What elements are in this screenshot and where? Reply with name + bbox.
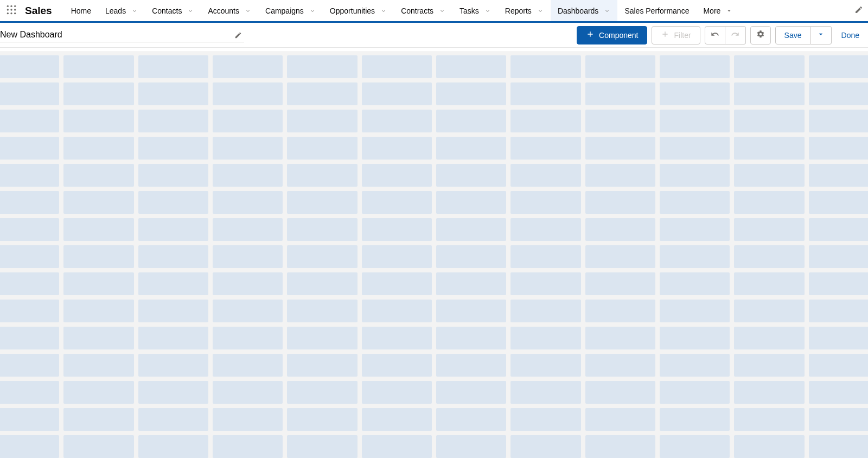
canvas-cell[interactable] <box>734 300 804 322</box>
canvas-cell[interactable] <box>63 245 133 268</box>
canvas-cell[interactable] <box>287 300 357 322</box>
canvas-cell[interactable] <box>660 218 730 241</box>
canvas-cell[interactable] <box>287 245 357 268</box>
canvas-cell[interactable] <box>213 110 283 132</box>
canvas-cell[interactable] <box>362 164 432 187</box>
canvas-cell[interactable] <box>585 218 655 241</box>
canvas-cell[interactable] <box>585 354 655 377</box>
canvas-cell[interactable] <box>510 435 580 458</box>
canvas-cell[interactable] <box>213 55 283 78</box>
chevron-down-icon[interactable] <box>484 8 491 14</box>
canvas-cell[interactable] <box>809 381 868 404</box>
canvas-cell[interactable] <box>287 218 357 241</box>
canvas-cell[interactable] <box>0 82 59 105</box>
canvas-cell[interactable] <box>213 300 283 322</box>
canvas-cell[interactable] <box>362 300 432 322</box>
canvas-cell[interactable] <box>809 435 868 458</box>
canvas-cell[interactable] <box>734 164 804 187</box>
canvas-cell[interactable] <box>585 245 655 268</box>
canvas-cell[interactable] <box>510 55 580 78</box>
canvas-cell[interactable] <box>287 272 357 295</box>
canvas-cell[interactable] <box>138 191 208 214</box>
canvas-cell[interactable] <box>287 381 357 404</box>
canvas-cell[interactable] <box>63 408 133 431</box>
canvas-cell[interactable] <box>287 191 357 214</box>
chevron-down-icon[interactable] <box>604 8 610 14</box>
canvas-cell[interactable] <box>436 191 506 214</box>
add-filter-button[interactable]: Filter <box>652 26 700 44</box>
save-button[interactable]: Save <box>775 26 811 44</box>
canvas-cell[interactable] <box>585 381 655 404</box>
canvas-cell[interactable] <box>585 435 655 458</box>
canvas-cell[interactable] <box>63 300 133 322</box>
canvas-cell[interactable] <box>436 272 506 295</box>
canvas-cell[interactable] <box>63 55 133 78</box>
canvas-cell[interactable] <box>138 300 208 322</box>
canvas-cell[interactable] <box>510 408 580 431</box>
canvas-cell[interactable] <box>585 82 655 105</box>
dashboard-title-input[interactable] <box>0 28 244 42</box>
canvas-cell[interactable] <box>436 245 506 268</box>
canvas-cell[interactable] <box>809 272 868 295</box>
canvas-cell[interactable] <box>213 245 283 268</box>
canvas-cell[interactable] <box>0 164 59 187</box>
canvas-cell[interactable] <box>63 354 133 377</box>
canvas-cell[interactable] <box>510 164 580 187</box>
chevron-down-icon[interactable] <box>309 8 316 14</box>
canvas-cell[interactable] <box>436 354 506 377</box>
canvas-cell[interactable] <box>287 110 357 132</box>
canvas-cell[interactable] <box>510 137 580 160</box>
canvas-cell[interactable] <box>510 300 580 322</box>
dashboard-properties-button[interactable] <box>750 26 771 44</box>
canvas-cell[interactable] <box>0 435 59 458</box>
canvas-cell[interactable] <box>0 55 59 78</box>
canvas-cell[interactable] <box>734 381 804 404</box>
canvas-cell[interactable] <box>0 408 59 431</box>
canvas-cell[interactable] <box>213 272 283 295</box>
canvas-cell[interactable] <box>809 327 868 349</box>
canvas-cell[interactable] <box>63 164 133 187</box>
canvas-cell[interactable] <box>809 408 868 431</box>
canvas-cell[interactable] <box>63 272 133 295</box>
canvas-cell[interactable] <box>362 82 432 105</box>
canvas-cell[interactable] <box>138 272 208 295</box>
canvas-cell[interactable] <box>287 408 357 431</box>
canvas-cell[interactable] <box>138 55 208 78</box>
canvas-cell[interactable] <box>138 137 208 160</box>
canvas-cell[interactable] <box>734 408 804 431</box>
nav-tab-leads[interactable]: Leads <box>98 0 145 21</box>
redo-button[interactable] <box>725 26 746 44</box>
canvas-cell[interactable] <box>287 55 357 78</box>
chevron-down-icon[interactable] <box>380 8 387 14</box>
canvas-cell[interactable] <box>660 327 730 349</box>
canvas-cell[interactable] <box>510 327 580 349</box>
canvas-cell[interactable] <box>436 327 506 349</box>
canvas-cell[interactable] <box>362 245 432 268</box>
canvas-cell[interactable] <box>63 327 133 349</box>
canvas-cell[interactable] <box>809 245 868 268</box>
canvas-cell[interactable] <box>213 218 283 241</box>
canvas-cell[interactable] <box>809 137 868 160</box>
chevron-down-icon[interactable] <box>245 8 251 14</box>
canvas-cell[interactable] <box>585 55 655 78</box>
canvas-cell[interactable] <box>510 82 580 105</box>
canvas-cell[interactable] <box>660 245 730 268</box>
nav-tab-contracts[interactable]: Contracts <box>394 0 452 21</box>
canvas-cell[interactable] <box>287 354 357 377</box>
canvas-cell[interactable] <box>436 137 506 160</box>
canvas-cell[interactable] <box>436 218 506 241</box>
nav-tab-reports[interactable]: Reports <box>498 0 551 21</box>
canvas-cell[interactable] <box>138 327 208 349</box>
canvas-cell[interactable] <box>660 354 730 377</box>
canvas-cell[interactable] <box>287 82 357 105</box>
nav-tab-contacts[interactable]: Contacts <box>145 0 201 21</box>
canvas-cell[interactable] <box>287 164 357 187</box>
canvas-cell[interactable] <box>138 110 208 132</box>
canvas-cell[interactable] <box>510 245 580 268</box>
canvas-cell[interactable] <box>510 381 580 404</box>
canvas-cell[interactable] <box>287 327 357 349</box>
canvas-cell[interactable] <box>585 191 655 214</box>
canvas-cell[interactable] <box>0 327 59 349</box>
canvas-cell[interactable] <box>660 164 730 187</box>
canvas-cell[interactable] <box>362 354 432 377</box>
